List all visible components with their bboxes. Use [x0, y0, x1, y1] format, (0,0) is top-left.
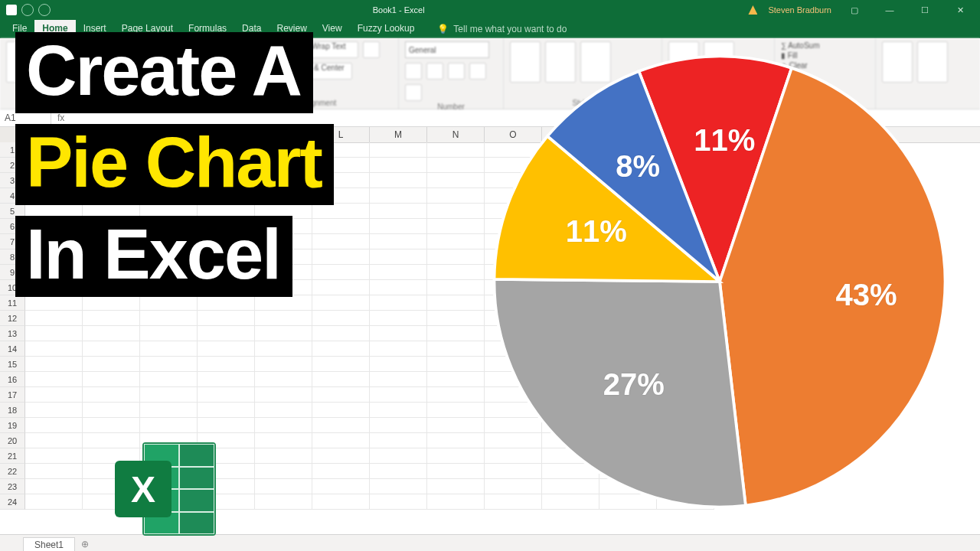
cell[interactable] — [83, 249, 140, 265]
cell[interactable] — [370, 249, 427, 265]
cell[interactable] — [140, 204, 198, 219]
cell[interactable] — [198, 479, 255, 494]
cell[interactable] — [485, 234, 542, 249]
cell[interactable] — [312, 265, 370, 280]
cell[interactable] — [25, 464, 83, 479]
cell[interactable] — [198, 173, 255, 188]
cell[interactable] — [657, 464, 714, 479]
cell[interactable] — [485, 448, 542, 464]
cell[interactable] — [255, 142, 312, 158]
cell[interactable] — [427, 448, 485, 464]
currency-button[interactable] — [405, 63, 422, 80]
cell[interactable] — [657, 280, 714, 295]
cell[interactable] — [140, 173, 198, 188]
cell[interactable] — [599, 142, 657, 158]
cell[interactable] — [599, 234, 657, 249]
cell[interactable] — [427, 464, 485, 479]
cell[interactable] — [657, 219, 714, 234]
cell[interactable] — [312, 494, 370, 510]
cell[interactable] — [485, 372, 542, 387]
cell[interactable] — [83, 448, 140, 464]
cell[interactable] — [25, 295, 83, 311]
font-name-select[interactable]: Calibri — [73, 41, 165, 58]
cell[interactable] — [657, 295, 714, 311]
cell[interactable] — [312, 280, 370, 295]
cell[interactable] — [83, 142, 140, 158]
cell[interactable] — [485, 479, 542, 494]
cell[interactable] — [427, 234, 485, 249]
cell[interactable] — [312, 326, 370, 341]
paste-button[interactable] — [6, 41, 37, 83]
cell[interactable] — [427, 265, 485, 280]
column-header[interactable]: G — [25, 127, 83, 142]
row-header[interactable]: 14 — [0, 341, 25, 357]
cell[interactable] — [485, 158, 542, 173]
cell[interactable] — [198, 142, 255, 158]
cell[interactable] — [657, 234, 714, 249]
fill-button[interactable]: ▮ Fill — [781, 51, 798, 60]
align-left-button[interactable] — [363, 41, 380, 58]
cell[interactable] — [312, 188, 370, 204]
tab-page-layout[interactable]: Page Layout — [114, 20, 181, 38]
cell[interactable] — [198, 448, 255, 464]
cell[interactable] — [255, 311, 312, 326]
tell-me[interactable]: 💡 Tell me what you want to do — [437, 20, 567, 38]
row-header[interactable]: 4 — [0, 188, 25, 204]
cell[interactable] — [198, 249, 255, 265]
row-header[interactable]: 9 — [0, 265, 25, 280]
cell[interactable] — [370, 234, 427, 249]
column-header[interactable]: M — [370, 127, 427, 142]
sort-filter-button[interactable] — [882, 41, 913, 83]
cell[interactable] — [198, 280, 255, 295]
cell[interactable] — [542, 311, 599, 326]
cell[interactable] — [599, 387, 657, 403]
cell[interactable] — [25, 234, 83, 249]
row-header[interactable]: 13 — [0, 326, 25, 341]
cell[interactable] — [542, 372, 599, 387]
ribbon-display-icon[interactable]: ▢ — [842, 3, 867, 17]
save-icon[interactable] — [6, 5, 17, 15]
cell[interactable] — [312, 204, 370, 219]
cell[interactable] — [599, 311, 657, 326]
cell[interactable] — [83, 158, 140, 173]
sheet-tab[interactable]: Sheet1 — [23, 537, 75, 552]
row-header[interactable]: 5 — [0, 204, 25, 219]
cell[interactable] — [25, 341, 83, 357]
cell[interactable] — [427, 418, 485, 433]
cell[interactable] — [198, 219, 255, 234]
cell[interactable] — [599, 403, 657, 418]
cell[interactable] — [485, 142, 542, 158]
row-header[interactable]: 3 — [0, 173, 25, 188]
cell[interactable] — [542, 158, 599, 173]
cell[interactable] — [657, 403, 714, 418]
cell[interactable] — [255, 188, 312, 204]
row-header[interactable]: 22 — [0, 464, 25, 479]
cell[interactable] — [25, 479, 83, 494]
row-header[interactable]: 6 — [0, 219, 25, 234]
cell[interactable] — [370, 173, 427, 188]
cell[interactable] — [427, 357, 485, 372]
cell[interactable] — [140, 464, 198, 479]
cell[interactable] — [140, 357, 198, 372]
cell[interactable] — [255, 448, 312, 464]
cell[interactable] — [599, 265, 657, 280]
cell[interactable] — [657, 418, 714, 433]
cell[interactable] — [25, 387, 83, 403]
cell[interactable] — [485, 357, 542, 372]
find-select-button[interactable] — [917, 41, 948, 83]
cell[interactable] — [427, 249, 485, 265]
column-header[interactable]: I — [140, 127, 198, 142]
undo-icon[interactable] — [21, 4, 34, 16]
cell[interactable] — [657, 372, 714, 387]
cell[interactable] — [83, 311, 140, 326]
cell[interactable] — [198, 204, 255, 219]
cell[interactable] — [312, 448, 370, 464]
fx-icon[interactable]: fx — [51, 112, 70, 123]
cell[interactable] — [25, 372, 83, 387]
tab-insert[interactable]: Insert — [76, 20, 114, 38]
column-header[interactable]: R — [657, 127, 714, 142]
cell[interactable] — [542, 387, 599, 403]
cell[interactable] — [25, 173, 83, 188]
wrap-text-button[interactable]: Wrap Text — [311, 41, 358, 58]
cell[interactable] — [140, 280, 198, 295]
